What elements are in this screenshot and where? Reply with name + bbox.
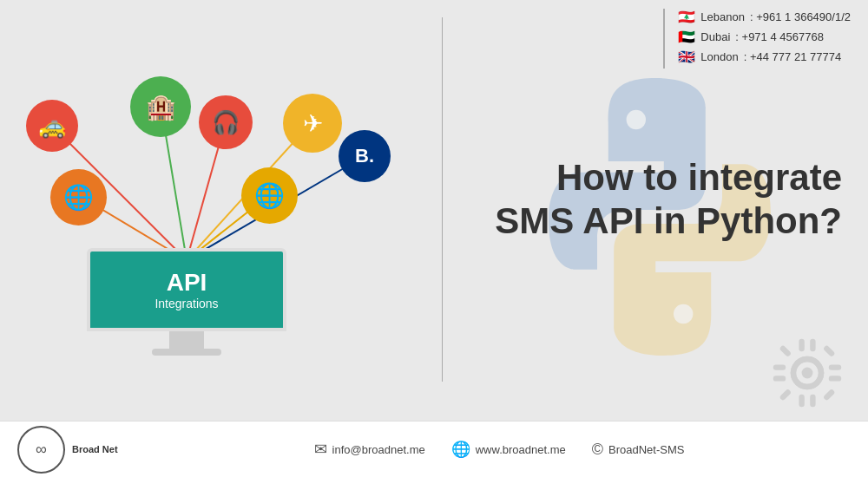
logo-section: ∞ Broad Net bbox=[17, 426, 122, 474]
booking-icon: B. bbox=[339, 130, 391, 182]
infinity-icon: ∞ bbox=[36, 441, 47, 459]
main-heading: How to integrate SMS API in Python? bbox=[443, 156, 842, 244]
footer-social: BroadNet-SMS bbox=[608, 443, 684, 456]
monitor-api-text: API bbox=[103, 269, 270, 297]
footer-bar: ∞ Broad Net ✉ info@broadnet.me 🌐 www.bro… bbox=[0, 421, 868, 477]
lebanon-label: Lebanon bbox=[700, 10, 745, 23]
lebanon-phone: : +961 1 366490/1/2 bbox=[750, 10, 851, 23]
monitor-screen: API Integrations bbox=[87, 248, 286, 331]
footer-contacts: ✉ info@broadnet.me 🌐 www.broadnet.me © B… bbox=[148, 440, 851, 459]
lebanon-flag-icon: 🇱🇧 bbox=[678, 9, 695, 25]
svg-point-0 bbox=[627, 110, 646, 129]
heading-line1: How to integrate SMS API in Python? bbox=[443, 156, 842, 244]
contact-lebanon: 🇱🇧 Lebanon : +961 1 366490/1/2 bbox=[678, 9, 851, 25]
illustration-area: 🚕 🌐 🏨 🎧 🌐 ✈ B. API Integ bbox=[0, 0, 451, 416]
footer-email: info@broadnet.me bbox=[332, 443, 425, 456]
svg-point-1 bbox=[674, 304, 693, 323]
globe-gold-icon: 🌐 bbox=[241, 167, 298, 224]
contact-dubai: 🇦🇪 Dubai : +971 4 4567768 bbox=[678, 29, 851, 45]
monitor-base bbox=[152, 349, 221, 356]
footer-social-item: © BroadNet-SMS bbox=[592, 441, 685, 459]
logo-circle: ∞ bbox=[17, 426, 65, 474]
taxi-icon: 🚕 bbox=[26, 100, 78, 152]
page-wrapper: 🇱🇧 Lebanon : +961 1 366490/1/2 🇦🇪 Dubai … bbox=[0, 0, 868, 477]
globe-orange-icon: 🌐 bbox=[50, 169, 107, 225]
hotel-icon: 🏨 bbox=[130, 76, 191, 137]
svg-point-3 bbox=[802, 368, 813, 379]
dubai-flag-icon: 🇦🇪 bbox=[678, 29, 695, 45]
api-monitor: API Integrations bbox=[87, 248, 286, 356]
headset-icon: 🎧 bbox=[199, 95, 253, 149]
email-icon: ✉ bbox=[314, 440, 327, 459]
footer-website: www.broadnet.me bbox=[476, 443, 566, 456]
gear-large-icon bbox=[773, 338, 842, 408]
dubai-label: Dubai bbox=[700, 30, 730, 43]
plane-icon: ✈ bbox=[283, 94, 342, 153]
monitor-integrations-text: Integrations bbox=[103, 297, 270, 310]
social-icon: © bbox=[592, 441, 603, 459]
footer-website-item: 🌐 www.broadnet.me bbox=[451, 440, 566, 459]
monitor-stand bbox=[169, 331, 204, 349]
web-icon: 🌐 bbox=[451, 440, 470, 459]
dubai-phone: : +971 4 4567768 bbox=[735, 30, 824, 43]
logo-name: Broad Net bbox=[72, 444, 118, 454]
footer-email-item: ✉ info@broadnet.me bbox=[314, 440, 425, 459]
